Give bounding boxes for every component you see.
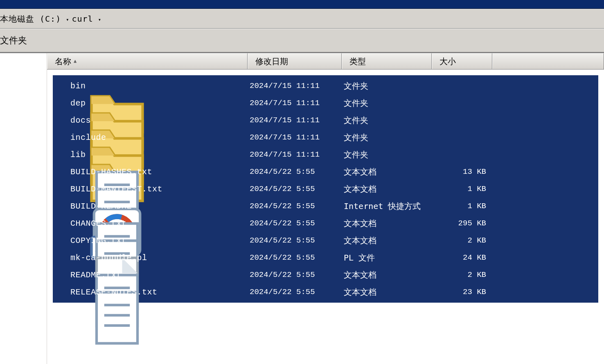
chevron-down-icon[interactable]: ▾ bbox=[98, 17, 101, 22]
file-name: docs bbox=[70, 116, 91, 125]
text-file-icon bbox=[56, 184, 65, 194]
cell-type: 文件夹 bbox=[342, 115, 432, 126]
cell-type: 文本文档 bbox=[342, 270, 432, 281]
cell-date: 2024/7/15 11:11 bbox=[248, 99, 342, 108]
cell-type: 文本文档 bbox=[342, 287, 432, 298]
file-name: COPYING.txt bbox=[70, 236, 127, 245]
cell-type: 文本文档 bbox=[342, 184, 432, 195]
cell-type: 文件夹 bbox=[342, 81, 432, 92]
folder-icon bbox=[56, 81, 65, 91]
file-name: RELEASE-NOTES.txt bbox=[70, 288, 158, 297]
cell-type: 文本文档 bbox=[342, 218, 432, 229]
text-file-icon bbox=[56, 287, 65, 297]
cell-date: 2024/5/22 5:55 bbox=[248, 253, 342, 262]
text-file-icon bbox=[56, 218, 65, 228]
column-header-size[interactable]: 大小 bbox=[432, 53, 492, 69]
cell-size: 2 KB bbox=[432, 270, 489, 279]
cell-type: 文件夹 bbox=[342, 149, 432, 160]
cell-name: include bbox=[53, 133, 248, 142]
cell-name: lib bbox=[53, 150, 248, 160]
text-file-icon bbox=[56, 270, 65, 280]
file-panel: 名称 ▲ 修改日期 类型 大小 bin2024/7/15 11:11文件夹dep… bbox=[47, 53, 604, 364]
column-header-type[interactable]: 类型 bbox=[342, 53, 432, 69]
column-header-rest bbox=[492, 53, 604, 69]
cell-name: BUILD-README bbox=[53, 201, 248, 211]
cell-name: COPYING.txt bbox=[53, 236, 248, 245]
cell-date: 2024/7/15 11:11 bbox=[248, 81, 342, 90]
column-header-name[interactable]: 名称 ▲ bbox=[47, 53, 248, 69]
file-name: BUILD-MANIFEST.txt bbox=[70, 184, 162, 194]
cell-date: 2024/5/22 5:55 bbox=[248, 167, 342, 176]
cell-type: 文件夹 bbox=[342, 132, 432, 143]
file-list: bin2024/7/15 11:11文件夹dep2024/7/15 11:11文… bbox=[53, 75, 598, 303]
column-headers: 名称 ▲ 修改日期 类型 大小 bbox=[47, 53, 604, 70]
cell-date: 2024/5/22 5:55 bbox=[248, 270, 342, 279]
folder-icon bbox=[56, 98, 65, 108]
cell-date: 2024/5/22 5:55 bbox=[248, 184, 342, 193]
column-header-type-label: 类型 bbox=[349, 56, 366, 67]
path-seg-drive[interactable]: 本地磁盘 (C:) bbox=[0, 13, 61, 25]
cell-size: 23 KB bbox=[432, 288, 489, 297]
address-bar[interactable]: 本地磁盘 (C:) ▾ curl ▾ bbox=[0, 9, 604, 29]
file-name: lib bbox=[70, 150, 86, 160]
cell-name: README.txt bbox=[53, 270, 248, 280]
folder-icon bbox=[56, 115, 65, 125]
cell-name: BUILD-MANIFEST.txt bbox=[53, 184, 248, 194]
cell-name: docs bbox=[53, 115, 248, 125]
cell-name: RELEASE-NOTES.txt bbox=[53, 287, 248, 297]
cell-date: 2024/5/22 5:55 bbox=[248, 236, 342, 245]
cell-name: mk-ca-bundle.pl bbox=[53, 253, 248, 263]
cell-date: 2024/5/22 5:55 bbox=[248, 288, 342, 297]
file-name: BUILD-README bbox=[70, 202, 132, 211]
column-header-date[interactable]: 修改日期 bbox=[248, 53, 342, 69]
column-header-name-label: 名称 bbox=[55, 56, 71, 67]
cell-date: 2024/5/22 5:55 bbox=[248, 202, 342, 211]
cell-size: 13 KB bbox=[432, 167, 489, 176]
column-header-size-label: 大小 bbox=[439, 56, 456, 67]
file-name: CHANGES.txt bbox=[70, 219, 127, 228]
cell-name: dep bbox=[53, 98, 248, 108]
chevron-down-icon[interactable]: ▾ bbox=[66, 17, 69, 22]
toolbar-label-folder: 文件夹 bbox=[0, 34, 27, 47]
cell-type: 文本文档 bbox=[342, 235, 432, 246]
cell-name: bin bbox=[53, 81, 248, 91]
file-list-area: bin2024/7/15 11:11文件夹dep2024/7/15 11:11文… bbox=[47, 70, 604, 364]
cell-name: BUILD-HASHES.txt bbox=[53, 167, 248, 177]
cell-type: 文件夹 bbox=[342, 98, 432, 109]
cell-size: 24 KB bbox=[432, 253, 489, 262]
sort-ascending-icon: ▲ bbox=[74, 58, 77, 64]
cell-size: 1 KB bbox=[432, 184, 489, 193]
cell-size: 1 KB bbox=[432, 202, 489, 211]
cell-date: 2024/7/15 11:11 bbox=[248, 116, 342, 125]
cell-size: 295 KB bbox=[432, 219, 489, 228]
file-name: include bbox=[70, 133, 106, 142]
file-name: mk-ca-bundle.pl bbox=[70, 253, 147, 263]
cell-date: 2024/5/22 5:55 bbox=[248, 219, 342, 228]
cell-size: 2 KB bbox=[432, 236, 489, 245]
file-name: README.txt bbox=[70, 270, 122, 280]
cell-date: 2024/7/15 11:11 bbox=[248, 133, 342, 142]
internet-shortcut-icon bbox=[56, 201, 65, 211]
title-bar bbox=[0, 0, 604, 9]
text-file-icon bbox=[56, 167, 65, 177]
folder-icon bbox=[56, 133, 65, 142]
column-header-date-label: 修改日期 bbox=[255, 56, 288, 67]
explorer-window: 本地磁盘 (C:) ▾ curl ▾ 文件夹 名称 ▲ 修改日期 类型 大小 bbox=[0, 0, 604, 364]
file-row[interactable]: bin2024/7/15 11:11文件夹 bbox=[53, 77, 598, 94]
file-icon bbox=[56, 253, 65, 263]
sidebar bbox=[0, 53, 47, 364]
cell-type: Internet 快捷方式 bbox=[342, 201, 432, 212]
cell-type: PL 文件 bbox=[342, 252, 432, 263]
cell-name: CHANGES.txt bbox=[53, 218, 248, 228]
file-name: bin bbox=[70, 81, 86, 91]
file-name: dep bbox=[70, 99, 86, 108]
text-file-icon bbox=[56, 236, 65, 245]
main-area: 名称 ▲ 修改日期 类型 大小 bin2024/7/15 11:11文件夹dep… bbox=[0, 52, 604, 364]
path-seg-folder[interactable]: curl bbox=[72, 14, 93, 24]
cell-date: 2024/7/15 11:11 bbox=[248, 150, 342, 159]
folder-icon bbox=[56, 150, 65, 160]
toolbar: 文件夹 bbox=[0, 29, 604, 52]
file-name: BUILD-HASHES.txt bbox=[70, 167, 152, 177]
cell-type: 文本文档 bbox=[342, 166, 432, 178]
